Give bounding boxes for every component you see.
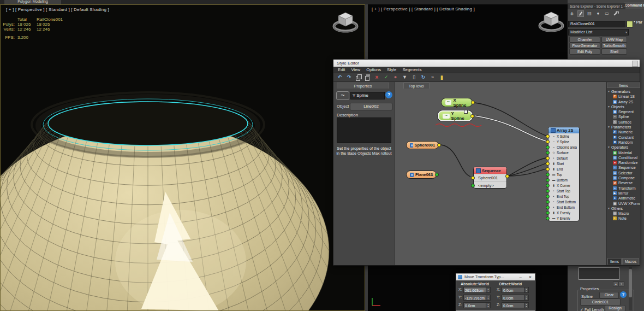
field-spinner[interactable]: ▲▼	[524, 303, 528, 308]
array-port-y-evenly[interactable]: ▬Y Evenly	[548, 215, 579, 221]
transform-value-field[interactable]: 0.0cm▲▼	[502, 295, 529, 301]
input-port[interactable]	[546, 206, 550, 209]
items-item-random[interactable]: RRandom	[607, 140, 640, 145]
menu-options[interactable]: Options	[366, 67, 381, 73]
items-item-sequence[interactable]: ≡Sequence	[607, 165, 640, 170]
tab-properties[interactable]: Properties	[337, 83, 389, 89]
items-group-parameters[interactable]: ▼Parameters	[607, 125, 640, 130]
layout-icon[interactable]: ▤	[586, 10, 593, 17]
scene-explorer-title[interactable]: Scene Explorer - Scene Explorer 1 - 1	[568, 3, 625, 9]
edit-icon[interactable]	[577, 10, 584, 17]
input-port[interactable]	[546, 211, 550, 215]
node-array-2s[interactable]: Array 2S ~X Spline~Y Spline~Clipping are…	[548, 127, 580, 221]
tree-expand-icon[interactable]: ▼	[607, 206, 610, 211]
items-item-note[interactable]: ≡Note	[607, 216, 640, 221]
items-group-objects[interactable]: ▼Objects	[607, 104, 640, 109]
spline-listbox[interactable]	[579, 267, 619, 280]
apply-icon[interactable]: ✓	[383, 74, 390, 81]
spinner-down-icon[interactable]: ▼	[487, 290, 489, 292]
display-icon[interactable]: ▭	[604, 10, 610, 17]
items-item-transform[interactable]: +Transform	[607, 186, 640, 191]
viewcube-icon[interactable]	[536, 8, 567, 36]
spinner-down-icon[interactable]: ▼	[487, 306, 489, 308]
items-item-reverse[interactable]: ⇄Reverse	[607, 180, 640, 185]
style-editor-titlebar[interactable]: Style Editor	[333, 60, 640, 67]
modifier-button-turbosmooth[interactable]: TurboSmooth	[601, 43, 627, 49]
array-port-end-top[interactable]: ▪End Top	[548, 193, 579, 199]
items-item-numeric[interactable]: X²Numeric	[607, 130, 640, 134]
array-port-bottom[interactable]: ▬Bottom	[548, 177, 579, 183]
field-spinner[interactable]: ▲▼	[486, 287, 490, 292]
modifier-list-dropdown[interactable]: Modifier List ▾	[568, 29, 629, 36]
input-port[interactable]	[546, 200, 550, 204]
viewport-label[interactable]: [ + ] [ Perspective ] [ Standard ] [ Def…	[372, 7, 475, 11]
modifier-button-chamfer[interactable]: Chamfer	[569, 37, 600, 43]
library-icon[interactable]: ▮	[438, 74, 445, 81]
field-spinner[interactable]: ▲▼	[486, 295, 490, 300]
sphere-icon[interactable]: ●	[595, 10, 601, 17]
array-port-start[interactable]: ▮Start	[548, 161, 579, 166]
spinner-down-icon[interactable]: ▼	[526, 298, 527, 300]
viewport-label[interactable]: [ + ] [ Perspective ] [ Standard ] [ Def…	[6, 7, 109, 12]
array-port-start-bottom[interactable]: ▪Start Bottom	[548, 199, 579, 204]
modifier-button-shell[interactable]: Shell	[601, 49, 627, 55]
node-sequence[interactable]: Sequence Sphere001<empty>	[473, 167, 507, 189]
filter-icon[interactable]: ▼	[401, 74, 408, 81]
input-port[interactable]	[546, 145, 550, 149]
items-item-selector[interactable]: ▤Selector	[607, 171, 640, 175]
help-icon[interactable]: ?	[385, 91, 392, 98]
object-color-swatch[interactable]	[627, 21, 633, 27]
input-port[interactable]	[546, 134, 550, 138]
items-item-spline[interactable]: ~Spline	[607, 114, 640, 119]
modifier-button-edit-poly[interactable]: Edit Poly	[569, 49, 600, 55]
redo-icon[interactable]: ↷	[345, 74, 353, 81]
items-item-randomize[interactable]: ●Randomize	[607, 160, 640, 165]
input-port[interactable]	[546, 162, 550, 166]
ribbon-tab-polygon-modeling[interactable]: Polygon Modeling	[4, 0, 61, 4]
viewcube-icon[interactable]	[330, 8, 361, 37]
tools-icon[interactable]	[612, 10, 619, 17]
array-port-start-top[interactable]: ▪Start Top	[548, 188, 579, 193]
transform-value-field[interactable]: 261.663cm▲▼	[463, 287, 491, 293]
spinner-down-icon[interactable]: ▼	[526, 290, 527, 292]
description-textarea[interactable]	[337, 118, 391, 143]
sequence-node-header[interactable]: Sequence	[474, 167, 506, 174]
tab-top-level[interactable]: Top level	[403, 83, 430, 89]
paste-icon[interactable]	[364, 74, 371, 81]
command-panel-title[interactable]: Command Pane	[624, 2, 644, 9]
input-port[interactable]	[546, 189, 550, 193]
spinner-down-icon[interactable]: ▼	[526, 306, 527, 308]
output-port[interactable]	[437, 143, 441, 147]
spinner-down-button[interactable]: ▼	[618, 281, 624, 286]
array-port-surface[interactable]: ◇Surface	[548, 150, 579, 155]
output-port[interactable]	[435, 173, 439, 177]
field-spinner[interactable]: ▲▼	[524, 295, 528, 300]
array-port-y-spline[interactable]: ~Y Spline	[548, 139, 579, 144]
array-port-default[interactable]: ▪Default	[548, 155, 579, 161]
input-port[interactable]	[546, 140, 550, 144]
node-sphere001[interactable]: Sphere001	[406, 141, 439, 149]
menu-view[interactable]: View	[351, 67, 360, 73]
array-port-clipping-area[interactable]: ~Clipping area	[548, 144, 579, 150]
tree-expand-icon[interactable]: ▼	[607, 104, 610, 109]
items-group-generators[interactable]: ▼Generators	[607, 89, 640, 94]
items-panel-tab-items[interactable]: Items	[607, 258, 622, 265]
delete-icon[interactable]: ×	[373, 74, 380, 81]
add-icon[interactable]: +	[569, 10, 575, 17]
input-port[interactable]	[546, 195, 550, 198]
railclone-lampshade-object[interactable]	[1, 5, 365, 311]
dialog-titlebar[interactable]: Move Transform Typ... – ×	[456, 274, 535, 280]
items-item-linear-1s[interactable]: CLinear 1S	[607, 94, 640, 99]
array-port-end-bottom[interactable]: ▪End Bottom	[548, 204, 579, 210]
menu-segments[interactable]: Segments	[402, 67, 421, 73]
export-icon[interactable]: »	[429, 74, 436, 81]
array-port-top[interactable]: ▬Top	[548, 172, 579, 177]
full-length-checkbox[interactable]: ✓Full Length	[580, 307, 604, 311]
modifier-button-floorgenerator[interactable]: FloorGenerator	[569, 43, 600, 49]
input-port[interactable]	[546, 167, 550, 171]
node-plane063[interactable]: Plane063	[406, 171, 437, 179]
items-group-operators[interactable]: ▼Operators	[607, 145, 640, 150]
transform-value-field[interactable]: 0.0cm▲▼	[463, 302, 491, 308]
items-panel-tab-macros[interactable]: Macros	[622, 258, 639, 265]
minimize-icon[interactable]: –	[520, 274, 522, 280]
